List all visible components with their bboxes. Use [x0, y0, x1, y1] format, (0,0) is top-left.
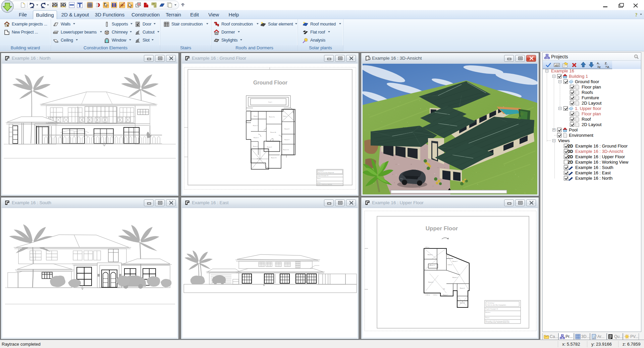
svg-text:abl: abl [555, 64, 559, 67]
svg-text:2.60 m: 2.60 m [426, 294, 430, 296]
svg-text:Room 5: Room 5 [253, 146, 258, 147]
svg-text:Room 2: Room 2 [253, 125, 258, 126]
svg-text:z: z [599, 65, 601, 69]
svg-text:Vertailung /: Vertailung / [487, 302, 495, 304]
svg-text:Room 3: Room 3 [254, 137, 259, 138]
svg-text:Plans: Plans [317, 182, 321, 183]
svg-text:Room 9: Room 9 [284, 139, 289, 140]
svg-text:Z.: Z. [605, 62, 607, 65]
svg-text:Room 8: Room 8 [460, 302, 465, 304]
svg-text:Drawing 1: Drawing 1 [318, 170, 324, 172]
svg-text:Room 2: Room 2 [452, 260, 458, 262]
svg-text:Upper Floor: Upper Floor [426, 225, 458, 232]
svg-text:Room 4: Room 4 [452, 277, 458, 278]
svg-text:Room 3: Room 3 [430, 265, 435, 266]
svg-text:Room 1: Room 1 [254, 115, 259, 117]
svg-text:?: ? [635, 12, 638, 17]
svg-text:Room 1: Room 1 [428, 254, 433, 255]
svg-text:2.5.2014 A erstell. 09/2020 10: 2.5.2014 A erstell. 09/2020 100/02 mm [485, 322, 509, 323]
svg-text:Room 11: Room 11 [271, 157, 277, 159]
svg-text:Room 8: Room 8 [284, 128, 289, 130]
svg-text:Name: Name [317, 178, 321, 179]
svg-text:Nach for the floor Magnitude: Nach for the floor Magnitude [318, 172, 334, 173]
svg-text:Room 7: Room 7 [443, 294, 448, 296]
svg-text:5.00 m: 5.00 m [448, 264, 452, 266]
svg-text:4.80 m: 4.80 m [425, 246, 429, 248]
svg-text:Pool 1: Pool 1 [268, 101, 272, 103]
svg-text:Room 7: Room 7 [257, 158, 262, 160]
svg-text:2.40 m: 2.40 m [433, 294, 437, 296]
svg-text:Room 4a: Room 4a [269, 116, 275, 118]
svg-text:Planer:: Planer: [485, 317, 490, 318]
svg-text:Room 5: Room 5 [428, 281, 433, 283]
svg-text:Project Example 16: Project Example 16 [317, 175, 328, 176]
svg-text:Ground Floor: Ground Floor [253, 80, 287, 85]
svg-text:A: A [607, 65, 609, 69]
svg-text:Projekt: Example 16: Projekt: Example 16 [485, 308, 498, 310]
svg-text:Bauherr:: Bauherr: [485, 311, 491, 313]
svg-text:Stairs: Stairs [283, 115, 287, 117]
svg-text:A.: A. [597, 62, 600, 65]
svg-text:Room 6: Room 6 [267, 146, 272, 148]
svg-text:Room 6: Room 6 [460, 287, 465, 289]
svg-text:Room 10: Room 10 [283, 149, 289, 151]
svg-text:Nicht fur den Bau freigegeben: Nicht fur den Bau freigegeben [487, 304, 506, 306]
svg-text:Room 4b: Room 4b [270, 131, 276, 133]
svg-text:Scale 1:100 Date 09/2020: Scale 1:100 Date 09/2020 [317, 184, 332, 185]
svg-text:Up: Up [443, 288, 445, 290]
